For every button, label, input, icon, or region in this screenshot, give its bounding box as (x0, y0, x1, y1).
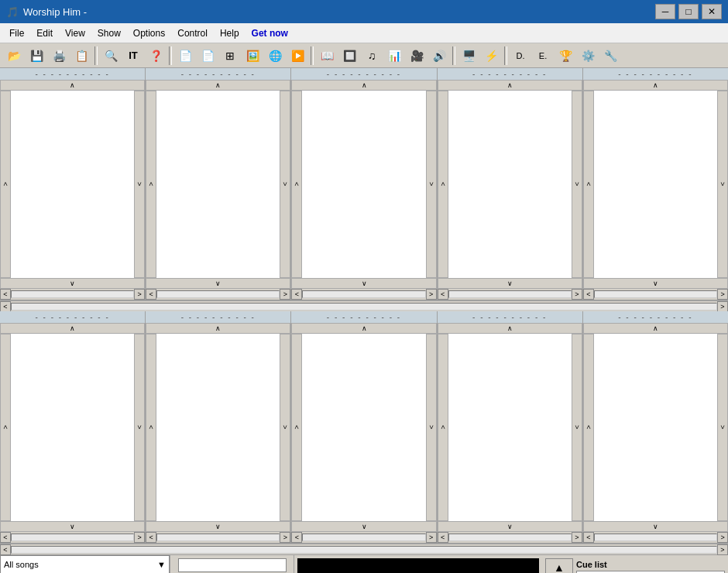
slide-down-1-3[interactable]: ∨ (291, 278, 436, 289)
slide-up-1-5[interactable]: ∧ (583, 80, 728, 91)
slide-right-1-4[interactable]: > (572, 91, 582, 278)
ph-right-2-1[interactable]: > (134, 532, 145, 543)
rhs-right-2[interactable]: > (717, 544, 728, 555)
tb-book[interactable]: 📖 (316, 46, 338, 66)
tb-video[interactable]: 🎥 (406, 46, 428, 66)
slide-down-2-3[interactable]: ∨ (291, 521, 436, 532)
ph-track-1-1[interactable] (11, 290, 134, 298)
minimize-button[interactable]: ─ (655, 4, 675, 19)
slide-left-1-2[interactable]: < (146, 91, 156, 278)
ph-left-1-2[interactable]: < (146, 289, 156, 300)
slide-down-1-5[interactable]: ∨ (583, 278, 728, 289)
search-input[interactable] (178, 558, 287, 572)
rhs-left-2[interactable]: < (0, 544, 11, 555)
tb-image[interactable]: 🖼️ (242, 46, 263, 66)
slide-up-1-1[interactable]: ∧ (0, 80, 145, 91)
ph-right-2-2[interactable]: > (280, 532, 290, 543)
slide-right-1-2[interactable]: > (280, 91, 290, 278)
ph-left-1-1[interactable]: < (0, 289, 11, 300)
slide-down-2-2[interactable]: ∨ (146, 521, 290, 532)
slide-left-1-4[interactable]: < (438, 91, 448, 278)
slide-right-1-3[interactable]: > (426, 91, 437, 278)
song-category-dropdown[interactable]: All songs ▼ (0, 555, 170, 573)
rhs-track-1[interactable] (11, 303, 717, 311)
nav-up-button[interactable]: ▲ (545, 558, 573, 573)
ph-track-2-2[interactable] (156, 534, 280, 541)
rhs-left-1[interactable]: < (0, 301, 11, 312)
slide-left-2-4[interactable]: < (438, 334, 448, 521)
tb-note[interactable]: 🔲 (338, 46, 360, 66)
slide-up-2-3[interactable]: ∧ (291, 323, 436, 334)
slide-down-2-4[interactable]: ∨ (438, 521, 582, 532)
tb-e[interactable]: E. (532, 46, 554, 66)
ph-left-1-3[interactable]: < (291, 289, 302, 300)
ph-track-2-1[interactable] (11, 534, 134, 541)
menu-help[interactable]: Help (214, 26, 246, 40)
slide-down-2-5[interactable]: ∨ (583, 521, 728, 532)
ph-right-2-3[interactable]: > (426, 532, 437, 543)
ph-track-1-2[interactable] (156, 290, 280, 298)
tb-audio[interactable]: 🔊 (428, 46, 450, 66)
ph-track-1-4[interactable] (448, 290, 572, 298)
slide-up-2-5[interactable]: ∧ (583, 323, 728, 334)
slide-left-2-1[interactable]: < (0, 334, 11, 521)
tb-settings[interactable]: ⚙️ (577, 46, 599, 66)
tb-doc2[interactable]: 📄 (197, 46, 218, 66)
tb-display[interactable]: 🖥️ (458, 46, 479, 66)
rhs-right-1[interactable]: > (717, 301, 728, 312)
rhs-track-2[interactable] (11, 546, 717, 554)
slide-right-2-2[interactable]: > (280, 334, 290, 521)
close-button[interactable]: ✕ (702, 4, 722, 19)
ph-track-2-5[interactable] (594, 534, 717, 541)
slide-right-2-1[interactable]: > (134, 334, 145, 521)
ph-track-2-4[interactable] (448, 534, 572, 541)
menu-edit[interactable]: Edit (30, 26, 59, 40)
slide-left-2-5[interactable]: < (583, 334, 594, 521)
slide-up-1-4[interactable]: ∧ (438, 80, 582, 91)
tb-print[interactable]: 🖨️ (48, 46, 70, 66)
tb-edit[interactable]: IT (122, 46, 144, 66)
slide-right-2-3[interactable]: > (426, 334, 437, 521)
slide-up-1-3[interactable]: ∧ (291, 80, 436, 91)
slide-up-1-2[interactable]: ∧ (146, 80, 290, 91)
menu-file[interactable]: File (3, 26, 30, 40)
tb-search[interactable]: 🔍 (100, 46, 122, 66)
menu-show[interactable]: Show (91, 26, 127, 40)
tb-trophy[interactable]: 🏆 (555, 46, 576, 66)
slide-right-1-1[interactable]: > (134, 91, 145, 278)
ph-left-1-5[interactable]: < (583, 289, 594, 300)
ph-left-2-2[interactable]: < (146, 532, 156, 543)
ph-right-1-2[interactable]: > (280, 289, 290, 300)
slide-up-2-2[interactable]: ∧ (146, 323, 290, 334)
slide-up-2-4[interactable]: ∧ (438, 323, 582, 334)
tb-chart[interactable]: 📊 (383, 46, 405, 66)
menu-getnow[interactable]: Get now (246, 26, 294, 40)
slide-left-2-2[interactable]: < (146, 334, 156, 521)
tb-bolt[interactable]: ⚡ (480, 46, 502, 66)
slide-left-1-3[interactable]: < (291, 91, 302, 278)
tb-play[interactable]: ▶️ (287, 46, 308, 66)
ph-track-1-5[interactable] (594, 290, 717, 298)
slide-right-2-4[interactable]: > (572, 334, 582, 521)
tb-d[interactable]: D. (510, 46, 531, 66)
tb-grid[interactable]: ⊞ (219, 46, 241, 66)
slide-down-1-1[interactable]: ∨ (0, 278, 145, 289)
slide-left-2-3[interactable]: < (291, 334, 302, 521)
ph-left-2-1[interactable]: < (0, 532, 11, 543)
ph-right-1-5[interactable]: > (717, 289, 728, 300)
menu-control[interactable]: Control (171, 26, 214, 40)
menu-options[interactable]: Options (127, 26, 171, 40)
ph-right-2-4[interactable]: > (572, 532, 582, 543)
slide-down-2-1[interactable]: ∨ (0, 521, 145, 532)
ph-left-2-3[interactable]: < (291, 532, 302, 543)
tb-tools[interactable]: 🔧 (599, 46, 621, 66)
ph-right-1-3[interactable]: > (426, 289, 437, 300)
ph-track-1-3[interactable] (302, 290, 425, 298)
tb-clipboard[interactable]: 📋 (70, 46, 92, 66)
slide-down-1-2[interactable]: ∨ (146, 278, 290, 289)
menu-view[interactable]: View (59, 26, 91, 40)
ph-left-1-4[interactable]: < (438, 289, 448, 300)
ph-left-2-5[interactable]: < (583, 532, 594, 543)
slide-left-1-1[interactable]: < (0, 91, 11, 278)
ph-left-2-4[interactable]: < (438, 532, 448, 543)
